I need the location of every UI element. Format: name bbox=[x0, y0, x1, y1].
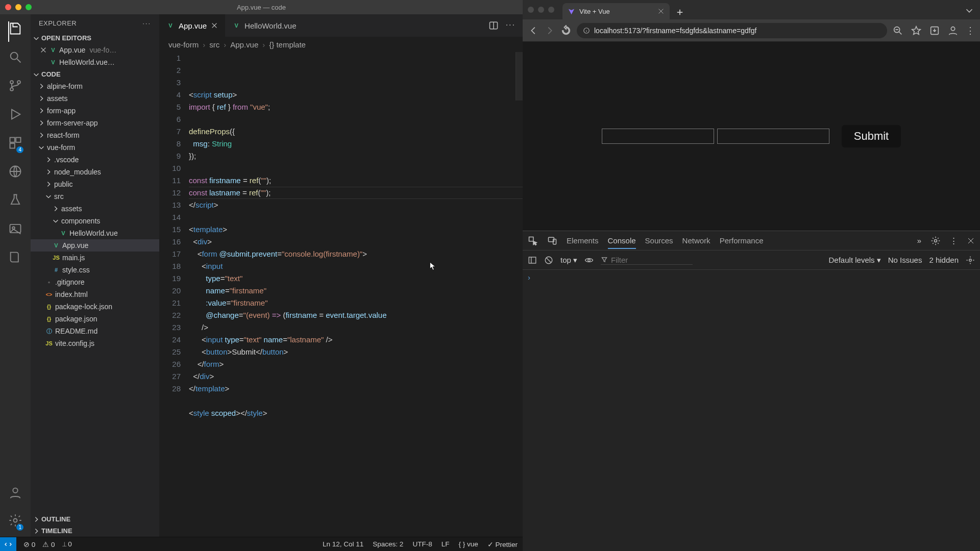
editor-tab[interactable]: VHelloWorld.vue bbox=[225, 14, 303, 37]
code-line[interactable]: <div> bbox=[189, 236, 523, 248]
code-line[interactable] bbox=[189, 162, 523, 174]
activity-debug[interactable] bbox=[8, 107, 22, 123]
file-item[interactable]: JSvite.config.js bbox=[31, 337, 159, 349]
zoom-icon[interactable] bbox=[892, 25, 903, 36]
status-encoding[interactable]: UTF-8 bbox=[412, 540, 432, 548]
explorer-more-icon[interactable]: ··· bbox=[142, 19, 151, 27]
file-item[interactable]: {}package.json bbox=[31, 313, 159, 325]
kebab-icon[interactable]: ⋮ bbox=[950, 236, 958, 245]
code-line[interactable] bbox=[189, 395, 523, 407]
breadcrumbs[interactable]: vue-form›src›App.vue›{} template bbox=[159, 37, 523, 52]
code-line[interactable]: <style scoped></style> bbox=[189, 407, 523, 419]
code-line[interactable]: :value="firstname" bbox=[189, 297, 523, 309]
code-line[interactable]: }); bbox=[189, 150, 523, 162]
code-line[interactable]: </template> bbox=[189, 383, 523, 395]
install-icon[interactable] bbox=[929, 25, 940, 36]
back-icon[interactable] bbox=[528, 25, 539, 36]
folder-item[interactable]: public bbox=[31, 178, 159, 190]
code-editor[interactable]: 1234567891011121314151617181920212223242… bbox=[159, 52, 523, 537]
status-warnings[interactable]: ⚠ 0 bbox=[42, 540, 55, 548]
file-item[interactable]: JSmain.js bbox=[31, 252, 159, 264]
activity-remote[interactable] bbox=[8, 164, 22, 181]
code-line[interactable]: <input bbox=[189, 260, 523, 272]
folder-item[interactable]: form-server-app bbox=[31, 117, 159, 129]
devtools-tab-performance[interactable]: Performance bbox=[720, 236, 764, 245]
live-expr-icon[interactable] bbox=[584, 256, 594, 265]
breadcrumb-item[interactable]: src bbox=[209, 40, 219, 49]
activity-account[interactable] bbox=[8, 486, 22, 502]
folder-item[interactable]: src bbox=[31, 190, 159, 203]
file-item[interactable]: VApp.vue bbox=[31, 239, 159, 252]
activity-scm[interactable] bbox=[8, 79, 22, 95]
folder-item[interactable]: alpine-form bbox=[31, 80, 159, 92]
folder-item[interactable]: assets bbox=[31, 92, 159, 105]
devtools-more-tabs-icon[interactable]: » bbox=[917, 236, 921, 245]
code-line[interactable]: </div> bbox=[189, 370, 523, 383]
submit-button[interactable]: Submit bbox=[842, 125, 901, 147]
folder-item[interactable]: components bbox=[31, 215, 159, 227]
console-filter[interactable] bbox=[601, 256, 693, 265]
split-editor-icon[interactable] bbox=[488, 20, 499, 31]
reload-icon[interactable] bbox=[560, 25, 572, 36]
timeline-section[interactable]: TIMELINE bbox=[31, 525, 159, 537]
console-output[interactable]: › bbox=[523, 270, 980, 551]
status-eol[interactable]: LF bbox=[442, 540, 450, 548]
chevron-down-icon[interactable] bbox=[964, 5, 975, 16]
new-tab-button[interactable] bbox=[673, 5, 687, 19]
lastname-input[interactable] bbox=[717, 129, 829, 144]
filter-input[interactable] bbox=[611, 256, 677, 264]
sidebar-toggle-icon[interactable] bbox=[528, 256, 537, 265]
hidden-count[interactable]: 2 hidden bbox=[929, 256, 959, 264]
close-icon[interactable] bbox=[40, 46, 47, 54]
code-line[interactable] bbox=[189, 211, 523, 223]
status-errors[interactable]: ⊘ 0 bbox=[23, 540, 35, 548]
log-levels[interactable]: Default levels ▾ bbox=[829, 256, 881, 265]
code-line[interactable]: msg: String bbox=[189, 138, 523, 150]
file-item[interactable]: ◦.gitignore bbox=[31, 276, 159, 288]
breadcrumb-item[interactable]: App.vue bbox=[230, 40, 258, 49]
code-line[interactable]: /> bbox=[189, 321, 523, 334]
code-line[interactable] bbox=[189, 113, 523, 126]
device-icon[interactable] bbox=[547, 236, 557, 246]
activity-book[interactable] bbox=[8, 250, 22, 266]
traffic-close[interactable] bbox=[528, 7, 534, 13]
status-prettier[interactable]: ✓ Prettier bbox=[487, 540, 518, 548]
profile-icon[interactable] bbox=[947, 25, 959, 36]
traffic-close[interactable] bbox=[5, 4, 11, 10]
activity-extensions[interactable]: 4 bbox=[8, 136, 22, 152]
folder-item[interactable]: form-app bbox=[31, 105, 159, 117]
devtools-tab-network[interactable]: Network bbox=[682, 236, 710, 245]
code-line[interactable]: </form> bbox=[189, 358, 523, 370]
code-section[interactable]: CODE bbox=[31, 68, 159, 80]
traffic-zoom[interactable] bbox=[26, 4, 32, 10]
editor-tab[interactable]: VApp.vue bbox=[159, 14, 225, 37]
open-editor-item[interactable]: VHelloWorld.vue… bbox=[31, 56, 159, 68]
breadcrumb-item[interactable]: vue-form bbox=[168, 40, 199, 49]
forward-icon[interactable] bbox=[544, 25, 555, 36]
editor-more-icon[interactable]: ··· bbox=[506, 20, 516, 31]
code-line[interactable]: <button>Submit</button> bbox=[189, 346, 523, 358]
status-spaces[interactable]: Spaces: 2 bbox=[373, 540, 403, 548]
code-line[interactable]: name="firstname" bbox=[189, 285, 523, 297]
activity-testing[interactable] bbox=[8, 193, 22, 209]
file-item[interactable]: VHelloWorld.vue bbox=[31, 227, 159, 239]
activity-search[interactable] bbox=[8, 50, 22, 66]
status-language[interactable]: { } vue bbox=[458, 540, 478, 548]
clear-console-icon[interactable] bbox=[544, 256, 553, 265]
status-ports[interactable]: ⟂ 0 bbox=[62, 540, 72, 548]
firstname-input[interactable] bbox=[602, 129, 714, 144]
file-item[interactable]: <>index.html bbox=[31, 288, 159, 300]
code-line[interactable]: <form @submit.prevent="console.log(first… bbox=[189, 248, 523, 260]
close-icon[interactable] bbox=[967, 237, 975, 245]
folder-item[interactable]: vue-form bbox=[31, 141, 159, 154]
close-icon[interactable] bbox=[211, 22, 218, 29]
remote-indicator[interactable] bbox=[0, 537, 16, 551]
folder-item[interactable]: node_modules bbox=[31, 166, 159, 178]
activity-explorer[interactable] bbox=[8, 21, 22, 38]
code-line[interactable]: <script setup> bbox=[189, 89, 523, 101]
code-line[interactable]: </script> bbox=[189, 199, 523, 211]
outline-section[interactable]: OUTLINE bbox=[31, 513, 159, 525]
address-bar[interactable]: localhost:5173/?firstname=fsdgfds&lastna… bbox=[577, 23, 887, 38]
close-icon[interactable] bbox=[657, 8, 665, 15]
open-editor-item[interactable]: VApp.vuevue-fo… bbox=[31, 44, 159, 56]
